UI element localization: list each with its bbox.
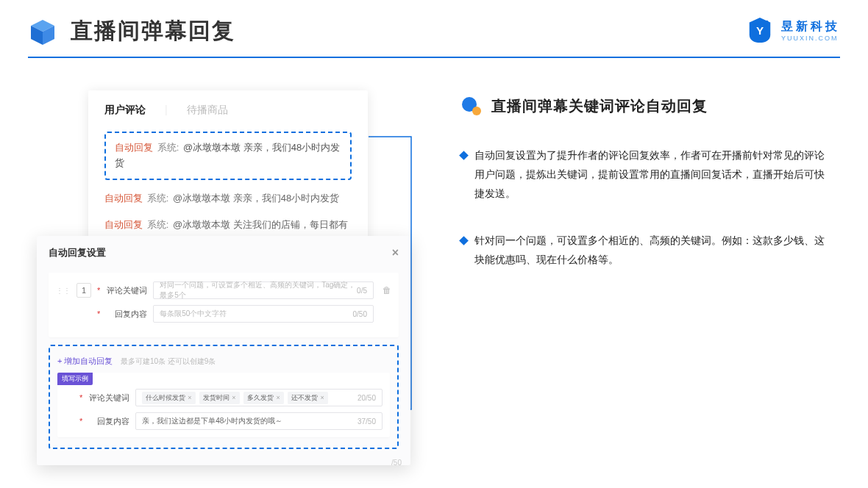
bullet-item: 针对同一个问题，可设置多个相近的、高频的关键词。例如：这款多少钱、这块能优惠吗、… xyxy=(460,232,831,270)
chat-icon xyxy=(460,95,483,117)
example-badge: 填写示例 xyxy=(57,373,93,385)
rule-card: ⋮⋮ 1 * 评论关键词 对同一个问题，可设置多个相近、高频的关键词，Tag确定… xyxy=(49,273,399,337)
close-icon[interactable]: × xyxy=(392,246,399,259)
tab-pending-goods[interactable]: 待播商品 xyxy=(187,104,228,117)
example-container: + 增加自动回复 最多可建10条 还可以创建9条 填写示例 * 评论关键词 什么… xyxy=(49,345,399,449)
keyword-tag[interactable]: 什么时候发货× xyxy=(142,392,195,404)
keyword-tag[interactable]: 发货时间× xyxy=(199,392,239,404)
system-label: 系统: xyxy=(157,142,179,153)
content-label: 回复内容 xyxy=(106,309,147,320)
brand-mark-icon: Y xyxy=(746,16,774,44)
keyword-tag[interactable]: 多久发货× xyxy=(243,392,283,404)
drag-handle-icon[interactable]: ⋮⋮ xyxy=(56,287,71,295)
char-count: 0/5 xyxy=(357,287,367,295)
char-count: 0/50 xyxy=(353,310,367,318)
floating-count: /50 xyxy=(391,459,402,467)
keyword-label: 评论关键词 xyxy=(106,285,147,296)
keyword-tag[interactable]: 还不发货× xyxy=(288,392,327,404)
svg-text:Y: Y xyxy=(756,24,764,37)
example-keyword-input[interactable]: 什么时候发货× 发货时间× 多久发货× 还不发货× 20/50 xyxy=(135,389,383,406)
diamond-icon xyxy=(459,236,469,245)
auto-reply-settings-panel: 自动回复设置 × ⋮⋮ 1 * 评论关键词 对同一个问题，可设置多个相近、高频的… xyxy=(37,236,410,465)
trash-icon[interactable]: 🗑 xyxy=(383,285,391,295)
settings-title: 自动回复设置 xyxy=(49,246,106,259)
cube-icon xyxy=(28,17,57,46)
brand-name-cn: 昱新科技 xyxy=(781,19,840,35)
svg-point-6 xyxy=(472,107,481,115)
bullet-text: 针对同一个问题，可设置多个相近的、高频的关键词。例如：这款多少钱、这块能优惠吗、… xyxy=(474,232,831,270)
add-hint: 最多可建10条 还可以创建9条 xyxy=(121,357,216,365)
char-count: 37/50 xyxy=(357,417,376,426)
auto-reply-tag: 自动回复 xyxy=(115,142,153,153)
diamond-icon xyxy=(459,151,469,160)
add-auto-reply-link[interactable]: + 增加自动回复 xyxy=(57,356,113,365)
example-content-label: 回复内容 xyxy=(88,416,129,427)
system-label: 系统: xyxy=(147,219,169,230)
page-title: 直播间弹幕回复 xyxy=(71,16,235,46)
char-count: 20/50 xyxy=(357,394,376,402)
reply-item: 自动回复 系统: @冰墩墩本墩 亲亲，我们48小时内发货 xyxy=(104,190,352,207)
tab-user-comments[interactable]: 用户评论 xyxy=(104,104,146,117)
content-input[interactable]: 每条限50个中文字符 0/50 xyxy=(153,305,374,323)
reply-text: @冰墩墩本墩 亲亲，我们48小时内发货 xyxy=(173,193,339,204)
section-title: 直播间弹幕关键词评论自动回复 xyxy=(491,96,708,116)
order-number: 1 xyxy=(77,283,91,298)
example-content-input[interactable]: 亲，我们这边都是下单48小时内发货的哦～ 37/50 xyxy=(135,412,383,430)
highlighted-reply: 自动回复 系统: @冰墩墩本墩 亲亲，我们48小时内发货 xyxy=(104,132,352,180)
brand-name-en: YUUXIN.COM xyxy=(781,35,839,42)
keyword-input[interactable]: 对同一个问题，可设置多个相近、高频的关键词，Tag确定，最多5个 0/5 xyxy=(153,281,374,299)
brand-logo: Y 昱新科技 YUUXIN.COM xyxy=(746,16,840,44)
example-keyword-label: 评论关键词 xyxy=(88,392,129,403)
svg-point-4 xyxy=(766,21,769,24)
system-label: 系统: xyxy=(147,193,169,204)
auto-reply-tag: 自动回复 xyxy=(104,219,143,230)
bullet-item: 自动回复设置为了提升作者的评论回复效率，作者可在开播前针对常见的评论用户问题，提… xyxy=(460,146,831,204)
bullet-text: 自动回复设置为了提升作者的评论回复效率，作者可在开播前针对常见的评论用户问题，提… xyxy=(474,146,831,204)
auto-reply-tag: 自动回复 xyxy=(104,193,143,204)
example-card: 填写示例 * 评论关键词 什么时候发货× 发货时间× 多久发货× 还不发货× xyxy=(57,373,390,437)
